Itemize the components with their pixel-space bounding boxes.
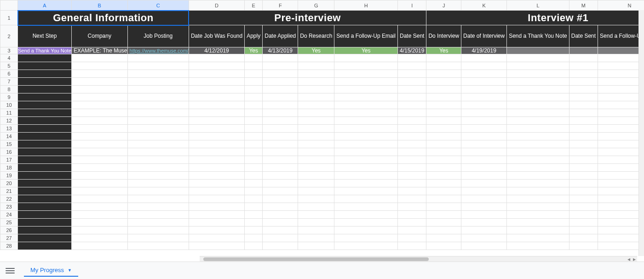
cell-empty[interactable] [461,62,507,70]
cell-empty[interactable] [507,172,569,180]
cell-empty[interactable] [334,101,398,109]
cell-empty[interactable] [398,140,426,148]
cell-empty[interactable] [569,203,598,211]
cell-empty[interactable] [569,187,598,195]
cell-empty[interactable] [426,195,461,203]
cell-empty[interactable] [72,219,128,227]
cell-empty[interactable] [263,172,298,180]
cell-empty[interactable] [263,156,298,164]
cell-empty[interactable] [72,109,128,117]
row-header-6[interactable]: 6 [0,70,18,78]
cell-empty[interactable] [598,234,644,242]
cell-empty[interactable] [507,133,569,140]
cell-empty[interactable] [398,133,426,140]
cell-empty[interactable] [569,93,598,101]
row-header-27[interactable]: 27 [0,234,18,242]
row-header-22[interactable]: 22 [0,195,18,203]
cell-empty[interactable] [189,86,244,93]
cell-empty[interactable] [72,227,128,234]
cell-empty[interactable] [298,101,334,109]
cell-k3[interactable]: 4/19/2019 [461,47,507,54]
cell-empty[interactable] [72,211,128,219]
cell-empty[interactable] [189,219,244,227]
cell-empty[interactable] [263,54,298,62]
cell-empty[interactable] [245,242,263,250]
col-header-e[interactable]: E [245,0,263,11]
cell-empty[interactable] [189,140,244,148]
cell-empty[interactable] [127,125,189,133]
cell-empty[interactable] [18,164,72,172]
cell-empty[interactable] [598,125,644,133]
row-header-1[interactable]: 1 [0,11,18,25]
col-header-n[interactable]: N [598,0,644,11]
cell-empty[interactable] [426,211,461,219]
col-header-c[interactable]: C [127,0,189,11]
cell-empty[interactable] [461,195,507,203]
cell-empty[interactable] [72,93,128,101]
cell-empty[interactable] [569,101,598,109]
cell-empty[interactable] [263,125,298,133]
cell-d3[interactable]: 4/12/2019 [189,47,244,54]
cell-empty[interactable] [245,148,263,156]
scroll-left-icon[interactable]: ◀ [626,256,632,262]
row-header-4[interactable]: 4 [0,54,18,62]
cell-empty[interactable] [334,234,398,242]
chevron-down-icon[interactable]: ▼ [68,268,72,273]
cell-empty[interactable] [426,54,461,62]
all-sheets-icon[interactable] [6,266,15,275]
cell-empty[interactable] [298,117,334,125]
cell-empty[interactable] [398,86,426,93]
cell-empty[interactable] [461,86,507,93]
cell-empty[interactable] [127,203,189,211]
cell-a3[interactable]: Send a Thank You Note [18,47,72,54]
vertical-scrollbar[interactable] [638,10,644,256]
cell-empty[interactable] [569,156,598,164]
cell-empty[interactable] [245,219,263,227]
cell-empty[interactable] [18,54,72,62]
cell-empty[interactable] [598,211,644,219]
cell-empty[interactable] [569,109,598,117]
cell-empty[interactable] [598,148,644,156]
cell-empty[interactable] [334,156,398,164]
cell-empty[interactable] [334,133,398,140]
header-job-posting[interactable]: Job Posting [127,25,189,47]
cell-empty[interactable] [263,195,298,203]
cell-empty[interactable] [189,125,244,133]
cell-empty[interactable] [263,211,298,219]
cell-empty[interactable] [245,140,263,148]
cell-h3[interactable]: Yes [334,47,398,54]
cell-empty[interactable] [426,227,461,234]
cell-empty[interactable] [426,109,461,117]
cell-empty[interactable] [334,86,398,93]
cell-empty[interactable] [245,125,263,133]
header-send-followup[interactable]: Send a Follow-Up Email [334,25,398,47]
cell-empty[interactable] [72,148,128,156]
cell-empty[interactable] [426,164,461,172]
cell-empty[interactable] [189,227,244,234]
header-apply[interactable]: Apply [245,25,263,47]
row-header-26[interactable]: 26 [0,227,18,234]
cell-empty[interactable] [245,101,263,109]
cell-i3[interactable]: 4/15/2019 [398,47,426,54]
header-send-thankyou[interactable]: Send a Thank You Note [507,25,569,47]
cell-empty[interactable] [18,172,72,180]
cell-empty[interactable] [598,180,644,187]
cell-m3[interactable] [569,47,598,54]
cell-empty[interactable] [461,109,507,117]
header-do-interview[interactable]: Do Interview [426,25,461,47]
cell-empty[interactable] [569,70,598,78]
cell-empty[interactable] [426,219,461,227]
cell-empty[interactable] [507,234,569,242]
cell-empty[interactable] [507,180,569,187]
cell-empty[interactable] [127,117,189,125]
header-date-sent-1[interactable]: Date Sent [398,25,426,47]
cell-empty[interactable] [18,156,72,164]
cell-empty[interactable] [507,195,569,203]
cell-empty[interactable] [398,195,426,203]
cell-empty[interactable] [263,140,298,148]
row-header-21[interactable]: 21 [0,187,18,195]
cell-empty[interactable] [245,70,263,78]
row-header-15[interactable]: 15 [0,140,18,148]
cell-empty[interactable] [461,227,507,234]
cell-empty[interactable] [598,101,644,109]
